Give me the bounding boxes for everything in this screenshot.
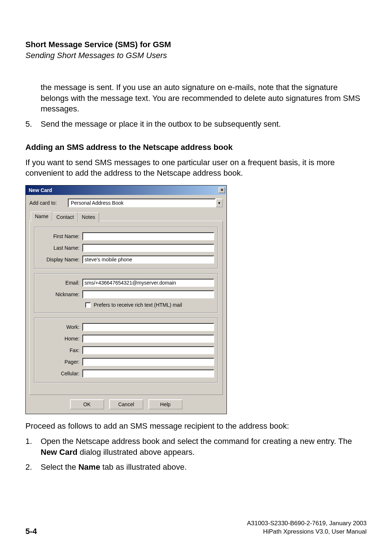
dialog-title: New Card: [29, 187, 52, 193]
cancel-button[interactable]: Cancel: [109, 399, 143, 409]
footer-meta: A31003-S2330-B690-2-7619, January 2003 H…: [247, 519, 367, 536]
tab-panel-name: First Name: Last Name: Display Name: ste…: [29, 221, 223, 395]
add-card-to-value: Personal Address Book: [68, 199, 216, 207]
first-name-input[interactable]: [82, 232, 214, 240]
fax-input[interactable]: [82, 346, 214, 354]
email-fieldset: Email: sms/+436647654321@myserver.domain…: [34, 273, 218, 313]
display-name-input[interactable]: steve's mobile phone: [82, 256, 214, 264]
step-number-1: 1.: [25, 436, 41, 457]
tab-contact[interactable]: Contact: [52, 212, 78, 222]
step-2-text: Select the Name tab as illustrated above…: [41, 462, 367, 473]
step-5-text: Send the message or place it in the outb…: [41, 119, 367, 130]
display-name-label: Display Name:: [38, 257, 82, 262]
tab-notes[interactable]: Notes: [78, 212, 99, 222]
dialog-titlebar: New Card ✕: [26, 185, 226, 195]
step-1-c: dialog illustrated above appears.: [77, 448, 195, 457]
work-input[interactable]: [82, 323, 214, 331]
step-1-bold: New Card: [41, 448, 77, 457]
tab-name[interactable]: Name: [31, 212, 52, 221]
help-button[interactable]: Help: [148, 399, 183, 409]
combo-dropdown-button[interactable]: ▼: [216, 199, 223, 207]
phones-fieldset: Work: Home: Fax: Pager:: [34, 318, 218, 383]
intro-paragraph: the message is sent. If you use an auto …: [41, 82, 367, 114]
cellular-input[interactable]: [82, 370, 214, 378]
step-1-a: Open the Netscape address book and selec…: [41, 437, 352, 446]
add-card-to-label: Add card to:: [29, 200, 68, 206]
footer-line2: HiPath Xpressions V3.0, User Manual: [247, 528, 367, 536]
ok-button[interactable]: OK: [70, 399, 104, 409]
step-number-5: 5.: [25, 119, 41, 130]
email-label: Email:: [38, 280, 82, 286]
step-2-a: Select the: [41, 462, 78, 472]
step-2-bold: Name: [78, 462, 100, 472]
section-paragraph: If you want to send SMS messages to one …: [25, 157, 367, 179]
proceed-text: Proceed as follows to add an SMS message…: [25, 421, 367, 432]
home-label: Home:: [38, 336, 82, 342]
fax-label: Fax:: [38, 347, 82, 353]
pager-label: Pager:: [38, 359, 82, 365]
step-1-text: Open the Netscape address book and selec…: [41, 436, 367, 457]
doc-section-title: Short Message Service (SMS) for GSM: [25, 40, 367, 49]
chevron-down-icon: ▼: [217, 201, 221, 205]
name-fieldset: First Name: Last Name: Display Name: ste…: [34, 227, 218, 269]
close-icon: ✕: [220, 188, 224, 192]
nickname-input[interactable]: [82, 290, 214, 298]
last-name-label: Last Name:: [38, 245, 82, 251]
step-2-c: tab as illustrated above.: [100, 462, 187, 472]
work-label: Work:: [38, 324, 82, 330]
prefers-html-label: Prefers to receive rich text (HTML) mail: [94, 302, 182, 308]
first-name-label: First Name:: [38, 233, 82, 239]
new-card-dialog: New Card ✕ Add card to: Personal Address…: [25, 185, 227, 414]
home-input[interactable]: [82, 335, 214, 343]
last-name-input[interactable]: [82, 244, 214, 252]
section-heading: Adding an SMS address to the Netscape ad…: [25, 143, 367, 152]
doc-section-subtitle: Sending Short Messages to GSM Users: [25, 51, 367, 60]
step-number-2: 2.: [25, 462, 41, 473]
nickname-label: Nickname:: [38, 291, 82, 297]
prefers-html-checkbox[interactable]: [85, 302, 91, 308]
close-button[interactable]: ✕: [219, 187, 225, 193]
page-number: 5-4: [25, 527, 37, 536]
email-input[interactable]: sms/+436647654321@myserver.domain: [82, 279, 214, 287]
cellular-label: Cellular:: [38, 371, 82, 376]
pager-input[interactable]: [82, 358, 214, 366]
add-card-to-combo[interactable]: Personal Address Book ▼: [68, 199, 223, 207]
footer-line1: A31003-S2330-B690-2-7619, January 2003: [247, 519, 367, 528]
